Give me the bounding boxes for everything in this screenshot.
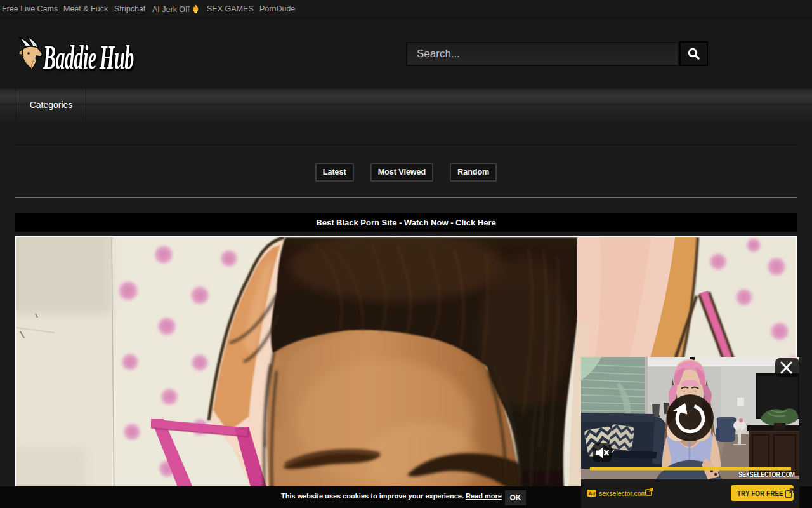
- svg-text:sexselector.com: sexselector.com: [599, 490, 647, 497]
- svg-text:TRY FOR FREE: TRY FOR FREE: [737, 490, 783, 497]
- svg-text:Ad: Ad: [589, 491, 596, 497]
- svg-text:SEXSELECTOR.COM: SEXSELECTOR.COM: [738, 471, 795, 478]
